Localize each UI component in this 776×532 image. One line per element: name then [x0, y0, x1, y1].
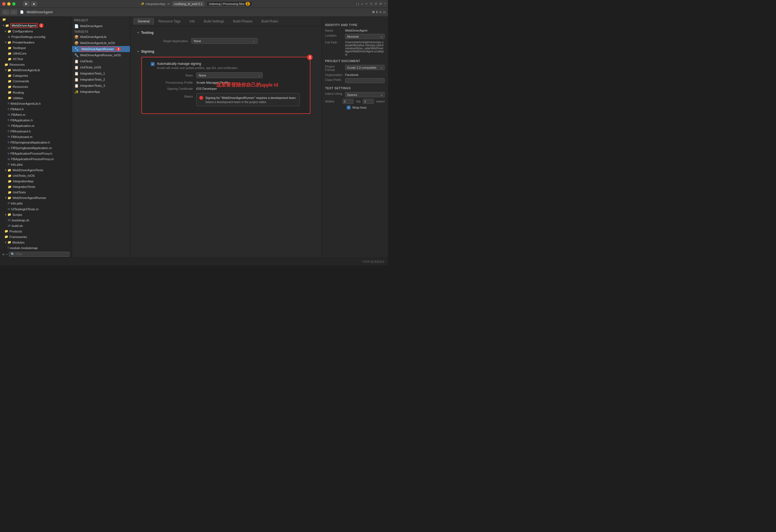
target-integrationtests-1[interactable]: 📋 IntegrationTests_1 [72, 70, 130, 76]
target-label: WebDriverAgentLib_tvOS [80, 41, 115, 45]
sidebar-item-integrationapp[interactable]: 📁 IntegrationApp [0, 179, 72, 184]
sidebar-item-commands[interactable]: 📁 Commands [0, 78, 72, 84]
tab-resource-tags[interactable]: Resource Tags [154, 18, 185, 24]
sidebar-item-scripts[interactable]: ▼ 📁 Scripts [0, 212, 72, 218]
sidebar-item-fbkeyboard-m[interactable]: m FBKeyboard.m [0, 134, 72, 140]
tab-info[interactable]: Info [185, 18, 199, 24]
sidebar-item-build-sh[interactable]: sh build.sh [0, 223, 72, 229]
sidebar-item-resources[interactable]: 📁 Resources [0, 62, 72, 67]
location-dropdown[interactable]: Absolute ⌄ [345, 34, 385, 39]
maximize-button[interactable] [12, 2, 15, 6]
target-runner-tvos[interactable]: 🔧 WebDriverAgentRunner_tvOS [72, 52, 130, 58]
split-v-icon[interactable]: ⊞ [379, 2, 382, 6]
tab-build-phases[interactable]: Build Phases [229, 18, 257, 24]
sidebar-item-webdriveragent-root[interactable]: ▼ 📁 WebDriverAgent 1 [0, 22, 72, 29]
sidebar-label: Products [9, 230, 22, 233]
code-icon[interactable]: { } [356, 2, 359, 6]
sidebar-item-fbapp-h[interactable]: h FBApplication.h [0, 117, 72, 123]
tab-build-settings[interactable]: Build Settings [200, 18, 228, 24]
sidebar-item-wdarunner[interactable]: ▼ 📁 WebDriverAgentRunner [0, 195, 72, 201]
target-integrationtests-3[interactable]: 📋 IntegrationTests_3 [72, 82, 130, 89]
team-dropdown[interactable]: None ⌄ [196, 72, 263, 78]
target-app-value: None ⌄ [191, 38, 280, 44]
sidebar-item-uitesting-m[interactable]: m UITestingUITests.m [0, 207, 72, 212]
sidebar-item-products[interactable]: 📁 Products [0, 229, 72, 234]
target-webdriveragentlib[interactable]: 📦 WebDriverAgentLib [72, 34, 130, 40]
auto-manage-checkbox[interactable]: ✓ [151, 62, 155, 66]
target-integrationtests-2[interactable]: 📋 IntegrationTests_2 [72, 76, 130, 82]
sidebar-item-fbapp-m[interactable]: m FBApplication.m [0, 123, 72, 128]
info-icon[interactable]: ℹ [376, 10, 377, 14]
back-icon[interactable]: ↩ [365, 2, 368, 6]
sidebar-item-routing[interactable]: 📁 Routing [0, 90, 72, 95]
sidebar-item-fbalert-m[interactable]: m FBAlert.m [0, 112, 72, 117]
sidebar-item-runner-infoplist[interactable]: P Info.plist [0, 201, 72, 206]
target-app-dropdown[interactable]: None ⌄ [191, 38, 258, 44]
sidebar-filter[interactable]: 🔍 Filter [9, 252, 69, 257]
sidebar-item-fbappproxy-m[interactable]: m FBApplicationProcessProxy.m [0, 156, 72, 162]
device-selector[interactable]: coolliang_i6_ios9.3.1 [172, 1, 205, 6]
target-webdriveragentrunner[interactable]: 🔧 WebDriverAgentRunner 2 [72, 46, 130, 52]
target-unittests[interactable]: 📋 UnitTests [72, 58, 130, 64]
target-unittests-tvos[interactable]: 📋 UnitTests_tvOS [72, 64, 130, 70]
help-icon[interactable]: ? [384, 2, 386, 6]
chevron-down-icon: ⌄ [258, 73, 260, 77]
sidebar-item-utilities[interactable]: 📁 Utilities [0, 95, 72, 101]
forward-nav-icon[interactable]: ▷ [384, 10, 386, 14]
split-h-icon[interactable]: ⊟ [375, 2, 377, 6]
sidebar-item-integrationtests[interactable]: 📁 IntegrationTests [0, 184, 72, 190]
triangle-icon: ▼ [4, 69, 7, 71]
project-format-dropdown[interactable]: Xcode 3.2-compatible ⌄ [345, 65, 385, 70]
sidebar-item-frameworks[interactable]: 📁 Frameworks [0, 234, 72, 240]
class-prefix-input[interactable] [345, 78, 385, 83]
tab-general[interactable]: General [134, 18, 154, 25]
sidebar-label: UIKitCore [13, 52, 27, 55]
sidebar-item-resources2[interactable]: 📁 Resources [0, 84, 72, 89]
target-label: WebDriverAgentRunner [80, 46, 115, 51]
layout-icon[interactable]: ⊡ [370, 2, 373, 6]
sidebar-item-fbkeyboard-h[interactable]: h FBKeyboard.h [0, 128, 72, 134]
sidebar-item-privateheaders[interactable]: ▼ 📁 PrivateHeaders [0, 40, 72, 45]
org-label: Organization [325, 73, 345, 76]
nav-forward[interactable]: → [10, 10, 17, 15]
project-item[interactable]: 📄 WebDriverAgent [72, 23, 130, 29]
warning-icon[interactable]: ⚠ [379, 10, 382, 14]
indent-width-input[interactable] [363, 99, 374, 104]
target-webdriveragentlib-tvos[interactable]: 📦 WebDriverAgentLib_tvOS [72, 40, 130, 46]
sidebar-item-textinput[interactable]: 📁 TextInput [0, 45, 72, 51]
sidebar-item-fbappproxy-h[interactable]: h FBApplicationProcessProxy.h [0, 151, 72, 156]
sidebar-item-modulemap[interactable]: f module.modulemap [0, 245, 72, 251]
grid-icon[interactable]: ⊞ [372, 10, 375, 14]
sidebar-item-unittests[interactable]: 📁 UnitTests [0, 190, 72, 195]
warning-count[interactable]: 2 [245, 2, 250, 6]
wrap-lines-checkbox[interactable]: ✓ [347, 105, 351, 109]
stop-button[interactable]: ■ [31, 1, 37, 6]
panel-toggle-icon[interactable]: ≡ [361, 2, 363, 6]
nav-back[interactable]: ← [2, 10, 9, 15]
sidebar-item-xctest[interactable]: 📁 XCTest [0, 56, 72, 62]
sidebar-item-uikitcore[interactable]: 📁 UIKitCore [0, 51, 72, 56]
sidebar-item-categories[interactable]: 📁 Categories [0, 73, 72, 78]
sidebar-item-bootstrap-sh[interactable]: sh bootstrap.sh [0, 218, 72, 223]
target-integrationapp[interactable]: ✨ IntegrationApp [72, 89, 130, 95]
tab-build-rules[interactable]: Build Rules [257, 18, 282, 24]
sidebar-item-configurations[interactable]: ▼ 📁 Configurations [0, 29, 72, 34]
add-button[interactable]: + [2, 252, 4, 257]
sidebar-item-wdalib-h[interactable]: h WebDriverAgentLib.h [0, 101, 72, 106]
minimize-button[interactable] [7, 2, 11, 6]
sidebar-item-wdatests[interactable]: ▼ 📁 WebDriverAgentTests [0, 167, 72, 173]
sidebar-item-webdriveragentlib[interactable]: ▼ 📁 WebDriverAgentLib [0, 67, 72, 73]
sidebar-item-infoplist[interactable]: P Info.plist [0, 162, 72, 167]
sidebar-item-fbspringboard-h[interactable]: h FBSpringboardApplication.h [0, 140, 72, 145]
sidebar-item-projectsettings[interactable]: ⚙ ProjectSettings.xcconfig [0, 34, 72, 40]
run-button[interactable]: ▶ [23, 1, 29, 6]
close-button[interactable] [2, 2, 6, 6]
remove-button[interactable]: − [6, 252, 8, 257]
sidebar-item-fbalert-h[interactable]: h FBAlert.h [0, 106, 72, 112]
org-row: Organization Facebook [325, 73, 385, 76]
sidebar-item-unittests-tvos[interactable]: 📁 UnitTests_tvOS [0, 173, 72, 179]
indent-using-dropdown[interactable]: Spaces ⌄ [345, 92, 385, 97]
sidebar-item-modules[interactable]: ▼ 📁 Modules [0, 240, 72, 245]
tab-width-input[interactable] [343, 99, 354, 104]
sidebar-item-fbspringboard-m[interactable]: m FBSpringboardApplication.m [0, 145, 72, 151]
